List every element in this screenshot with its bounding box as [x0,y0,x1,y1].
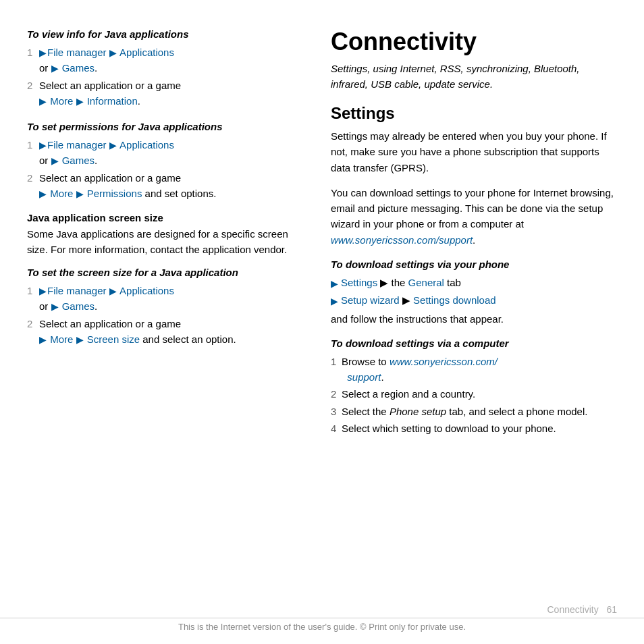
page-subtitle: Settings, using Internet, RSS, synchroni… [331,61,617,92]
step-item: 1 ▶File manager ▶ Applications or ▶ Game… [27,284,311,314]
applications-link3[interactable]: Applications [119,285,174,296]
or-text: or [39,62,51,74]
games-link2[interactable]: Games [62,155,95,166]
section2-steps: 1 ▶File manager ▶ Applications or ▶ Game… [27,138,311,201]
period: . [95,62,97,74]
step-num: 2 [27,78,39,94]
dc-step1-content: Browse to www.sonyericsson.com/ support. [342,354,498,385]
download-phone-end: and follow the instructions that appear. [331,311,617,327]
bullet2-content: Setup wizard ▶ Settings download [341,293,496,308]
arrow-icon: ▶ [76,96,84,107]
step-content: Select an application or a game ▶ More ▶… [39,171,311,201]
settings-para2: You can download settings to your phone … [331,185,617,248]
step-content: ▶File manager ▶ Applications or ▶ Games. [39,138,311,168]
para2-prefix: You can download settings to your phone … [331,187,614,230]
download-computer-title: To download settings via a computer [331,336,617,350]
and-set: and set options. [142,188,216,199]
section3-body: Some Java applications are designed for … [27,227,311,257]
setup-wizard-link[interactable]: Setup wizard [341,294,400,306]
settings-download-link[interactable]: Settings download [413,294,496,306]
right-column: Connectivity Settings, using Internet, R… [331,20,617,624]
games-link3[interactable]: Games [62,300,95,312]
section1-steps: 1 ▶File manager ▶ Applications or ▶ Game… [27,45,311,109]
games-link[interactable]: Games [62,62,95,74]
bullet-arrow-icon2: ▶ [331,294,338,308]
file-manager-link[interactable]: File manager [47,47,107,58]
step-content: Select an application or a game ▶ More ▶… [39,78,311,109]
support-link[interactable]: www.sonyericsson.com/support [331,234,473,246]
file-manager-link3[interactable]: File manager [47,285,107,296]
or-text3: or [39,300,51,312]
page: To view info for Java applications 1 ▶Fi… [0,0,644,644]
or-text2: or [39,155,51,166]
footer-divider [0,618,644,618]
more-link3[interactable]: More [50,333,73,345]
step-content: ▶File manager ▶ Applications or ▶ Games. [39,284,311,314]
more-link2[interactable]: More [50,188,73,199]
and-select: and select an option. [140,333,236,345]
settings-heading: Settings [331,104,617,123]
step-num: 1 [27,45,39,61]
page-heading: Connectivity [331,27,617,56]
step2-text: Select an application or a game [39,80,181,91]
footer: Connectivity 61 This is the Internet ver… [0,604,644,632]
arrow-icon: ▶ [39,96,47,107]
follow-text: and follow the instructions that appear. [331,313,504,325]
arrow-icon: ▶ [76,334,84,345]
step-content: ▶File manager ▶ Applications or ▶ Games. [39,45,311,76]
section3-heading: Java application screen size [27,212,311,223]
para2-suffix: . [473,234,475,246]
footer-page-number: 61 [606,604,617,615]
bullet1-content: Settings ▶ the General tab [341,275,461,291]
section4-steps: 1 ▶File manager ▶ Applications or ▶ Game… [27,284,311,347]
section2-title: To set permissions for Java applications [27,119,311,134]
applications-link2[interactable]: Applications [119,139,174,151]
footer-page-info: Connectivity 61 [0,604,644,615]
arrow-icon: ▶ [76,188,84,199]
bullet1-suffix: ▶ the General tab [377,277,461,288]
arrow-icon: ▶ [39,286,47,296]
arrow-icon: ▶ [51,301,59,312]
step-num: 2 [27,317,39,332]
section1-title: To view info for Java applications [27,27,311,41]
step-num: 2 [331,387,342,402]
step-item: 2 Select an application or a game ▶ More… [27,317,311,347]
dc-step4: 4 Select which setting to download to yo… [331,421,617,437]
period: . [95,300,97,312]
file-manager-link2[interactable]: File manager [47,139,107,151]
step2-text2: Select an application or a game [39,172,181,184]
step-item: 2 Select an application or a game ▶ More… [27,78,311,109]
dc-step3-content: Select the Phone setup tab, and select a… [342,404,587,420]
download-phone-title: To download settings via your phone [331,257,617,271]
applications-link[interactable]: Applications [119,47,174,58]
download-computer-steps: 1 Browse to www.sonyericsson.com/ suppor… [331,354,617,437]
bullet2: ▶ Setup wizard ▶ Settings download [331,293,617,308]
step-num: 1 [27,138,39,153]
period: . [95,155,97,166]
dc-step2: 2 Select a region and a country. [331,387,617,402]
step-num: 4 [331,421,342,437]
screen-size-link[interactable]: Screen size [87,333,140,345]
bullet1: ▶ Settings ▶ the General tab [331,275,617,291]
arrow-icon: ▶ [39,140,47,151]
arrow-icon: ▶ [39,47,47,58]
arrow-icon: ▶ [39,188,47,199]
arrow-icon: ▶ [109,286,117,296]
general-tab-link[interactable]: General [408,277,444,288]
step-item: 1 ▶File manager ▶ Applications or ▶ Game… [27,138,311,168]
settings-link[interactable]: Settings [341,277,377,288]
dc-step1: 1 Browse to www.sonyericsson.com/ suppor… [331,354,617,385]
left-column: To view info for Java applications 1 ▶Fi… [27,20,311,624]
bullet2-arrow: ▶ [400,294,413,306]
permissions-link[interactable]: Permissions [87,188,142,199]
information-link[interactable]: Information [87,95,138,107]
step-content: Select an application or a game ▶ More ▶… [39,317,311,347]
more-link[interactable]: More [50,95,73,107]
step-num: 1 [27,284,39,299]
footer-disclaimer: This is the Internet version of the user… [178,622,466,632]
step-num: 2 [27,171,39,186]
support-link2[interactable]: www.sonyericsson.com/ support [342,356,498,383]
bullet-arrow-icon: ▶ [331,277,338,291]
arrow-icon: ▶ [39,334,47,345]
step2-text3: Select an application or a game [39,318,181,329]
